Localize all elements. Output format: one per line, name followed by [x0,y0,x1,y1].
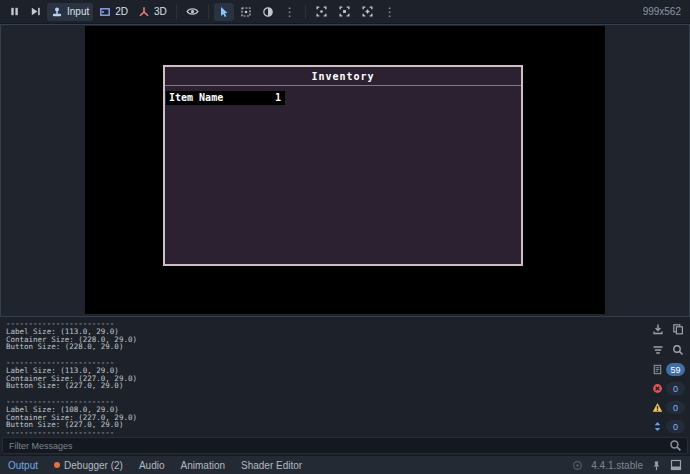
tab-debugger[interactable]: Debugger (2) [54,460,123,471]
game-toolbar: Input 2D 3D ⋮ [0,0,690,24]
copy-icon [672,323,684,335]
filter-bar [0,436,690,455]
messages-count-badge: 59 [666,363,685,376]
search-icon [672,344,684,356]
search-icon [669,439,682,452]
tab-debugger-label: Debugger (2) [64,460,123,471]
2d-view-icon [99,6,111,18]
expand-bottom-panel-icon[interactable] [670,459,682,471]
editor-count-badge: 0 [666,420,685,433]
inventory-item-row[interactable]: Item Name 1 [166,91,285,105]
warning-icon [652,402,663,413]
editor-messages-filter-toggle[interactable]: 0 [652,420,685,433]
tab-animation-label: Animation [181,460,225,471]
mask-icon [262,6,274,18]
3d-view-label: 3D [154,6,167,17]
3d-view-icon [138,6,150,18]
filter-messages-input[interactable] [2,437,688,454]
toolbar-separator [176,5,177,19]
select-rect-icon [240,6,252,18]
toolbar-separator [305,5,306,19]
collapse-duplicates-icon [652,344,664,356]
menu-dots-icon: ⋮ [384,3,396,21]
mask-button[interactable] [258,3,278,21]
next-frame-icon [30,6,41,17]
tab-shader-editor[interactable]: Shader Editor [241,460,302,471]
copy-output-button[interactable] [670,321,685,336]
2d-view-label: 2D [115,6,128,17]
item-name-label: Item Name [169,92,223,103]
inventory-title: Inventory [165,67,521,86]
errors-filter-toggle[interactable]: 0 [652,382,685,395]
camera-reset-button[interactable] [357,3,378,21]
game-resolution: 999x562 [643,6,685,17]
camera-reset-icon [361,5,374,18]
tab-audio-label: Audio [139,460,165,471]
errors-count-badge: 0 [666,382,685,395]
select-rect-button[interactable] [236,3,256,21]
bottom-status-bar: Output Debugger (2) Audio Animation Shad… [0,455,690,474]
messages-icon [652,364,663,375]
item-qty-label: 1 [275,92,281,103]
input-toggle[interactable]: Input [47,3,93,21]
log-line: ------------------------ [6,429,642,436]
output-log[interactable]: ------------------------ Label Size: (11… [0,317,642,436]
tab-shader-editor-label: Shader Editor [241,460,302,471]
collapse-duplicates-button[interactable] [650,342,665,357]
camera-frame-button[interactable] [311,3,332,21]
update-notification-icon[interactable] [572,460,583,471]
pause-button[interactable] [5,3,24,21]
output-side-toolbar: 59 0 0 0 [642,317,690,436]
input-toggle-label: Input [67,6,89,17]
warnings-filter-toggle[interactable]: 0 [652,401,685,414]
visibility-button[interactable] [182,3,203,21]
camera-center-icon [338,5,351,18]
tab-output[interactable]: Output [8,460,38,471]
editor-messages-icon [652,421,663,432]
messages-filter-toggle[interactable]: 59 [652,363,685,376]
log-line: Button Size: (227.0, 29.0) [6,382,642,390]
selection-menu-button[interactable]: ⋮ [280,3,300,21]
debugger-active-dot-icon [54,462,60,468]
pause-icon [9,6,20,17]
camera-frame-icon [315,5,328,18]
eye-icon [186,5,199,18]
tab-audio[interactable]: Audio [139,460,165,471]
output-panel: ------------------------ Label Size: (11… [0,317,690,436]
game-viewport: Inventory Item Name 1 [0,24,690,317]
version-label[interactable]: 4.4.1.stable [591,460,643,471]
select-mode-button[interactable] [214,3,234,21]
tab-animation[interactable]: Animation [181,460,225,471]
3d-view-toggle[interactable]: 3D [134,3,171,21]
2d-view-toggle[interactable]: 2D [95,3,132,21]
inventory-panel: Inventory Item Name 1 [163,65,523,266]
next-frame-button[interactable] [26,3,45,21]
warnings-count-badge: 0 [666,401,685,414]
toolbar-separator [208,5,209,19]
clear-output-button[interactable] [650,321,665,336]
joypad-icon [51,6,63,18]
select-cursor-icon [218,6,230,18]
godot-game-window: Input 2D 3D ⋮ [0,0,690,474]
error-icon [652,383,663,394]
tab-output-label: Output [8,460,38,471]
search-output-button[interactable] [670,342,685,357]
menu-dots-icon: ⋮ [284,3,296,21]
camera-center-button[interactable] [334,3,355,21]
log-line: Button Size: (228.0, 29.0) [6,343,642,351]
running-game-area[interactable]: Inventory Item Name 1 [85,26,605,314]
camera-menu-button[interactable]: ⋮ [380,3,400,21]
clear-output-icon [652,323,664,335]
pin-bottom-panel-icon[interactable] [651,460,662,471]
